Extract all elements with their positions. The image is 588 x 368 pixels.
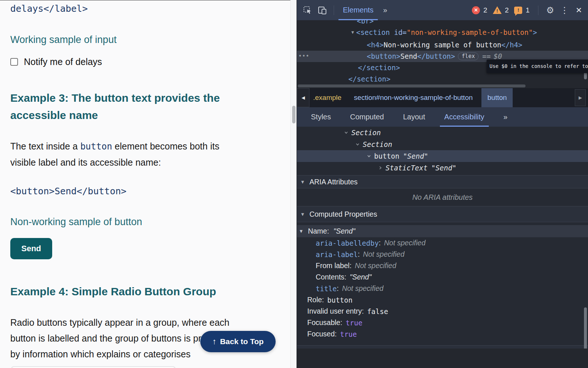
- working-sample-heading: Working sample of input: [10, 34, 280, 46]
- sidebar-tabs: Styles Computed Layout Accessibility »: [297, 107, 588, 127]
- notify-checkbox-label: Notify me of delays: [24, 57, 102, 67]
- a11y-scrollbar-thumb[interactable]: [584, 307, 587, 349]
- page-scrollbar[interactable]: [290, 0, 297, 368]
- tab-layout[interactable]: Layout: [403, 107, 425, 127]
- chevron-down-icon[interactable]: [344, 130, 348, 135]
- breadcrumb-prev-icon[interactable]: ◀: [297, 88, 309, 107]
- warning-badge-icon[interactable]: !: [493, 6, 502, 14]
- dom-node-outer-section-close[interactable]: </section>: [297, 73, 588, 84]
- tab-elements[interactable]: Elements: [337, 0, 379, 20]
- triangle-down-icon: ▼: [300, 212, 305, 217]
- a11y-tree-row-button-selected[interactable]: button "Send": [297, 150, 588, 162]
- chevron-down-icon[interactable]: [367, 154, 371, 158]
- computed-properties-header[interactable]: ▼ Computed Properties: [297, 206, 588, 222]
- aria-attributes-header[interactable]: ▼ ARIA Attributes: [297, 175, 588, 188]
- a11y-tree-row-section[interactable]: Section: [297, 127, 588, 138]
- property-row: Contents: "Send": [297, 271, 588, 283]
- issues-badge-icon[interactable]: !: [514, 7, 522, 14]
- property-row: aria-label: Not specified: [297, 249, 588, 260]
- property-row: Focused: true: [297, 328, 588, 340]
- property-row: From label: Not specified: [297, 260, 588, 271]
- devtools-toolbar: Elements » ✕ 2 ! 2 ! 1 ⚙ ⋮ ✕: [297, 0, 588, 20]
- property-row: aria-labelledby: Not specified: [297, 237, 588, 249]
- property-row: Focusable: true: [297, 317, 588, 328]
- example3-paragraph: The text inside a button element becomes…: [10, 138, 280, 170]
- a11y-tree-row-statictext[interactable]: StaticText "Send": [297, 162, 588, 174]
- node-options-dots-icon[interactable]: •••: [298, 51, 309, 62]
- code-sample-button: <button>Send</button>: [10, 186, 280, 196]
- dom-tree: <br> ▼<section id="non-working-sample-of…: [297, 20, 588, 84]
- warning-count[interactable]: 2: [505, 6, 509, 14]
- device-toolbar-icon[interactable]: [316, 4, 329, 17]
- source-order-viewer-header[interactable]: ▼ Source Order Viewer: [297, 345, 588, 349]
- notify-checkbox[interactable]: [10, 58, 18, 66]
- dom-horizontal-scrollbar-thumb[interactable]: [298, 84, 526, 87]
- dom-horizontal-scrollbar[interactable]: [297, 84, 588, 88]
- chevron-right-icon[interactable]: [378, 166, 383, 170]
- dollar-zero-ref: $0: [494, 52, 502, 60]
- error-count[interactable]: 2: [483, 6, 487, 14]
- breadcrumb-item-section[interactable]: section#non-working-sample-of-button: [350, 94, 476, 102]
- close-devtools-icon[interactable]: ✕: [573, 6, 584, 15]
- breadcrumb-item-button[interactable]: button: [481, 88, 513, 107]
- breadcrumb: ◀ .example section#non-working-sample-of…: [297, 88, 588, 107]
- dollar-zero-tooltip: Use $0 in the console to refer to this e…: [487, 59, 588, 73]
- back-to-top-button[interactable]: ↑ Back to Top: [200, 331, 276, 352]
- inspect-element-icon[interactable]: [301, 4, 314, 17]
- devtools-panel: Elements » ✕ 2 ! 2 ! 1 ⚙ ⋮ ✕ <br> ▼<sect…: [297, 0, 588, 368]
- toolbar-divider: [538, 6, 538, 15]
- web-page-pane: delays</label> Working sample of input N…: [0, 0, 290, 368]
- code-fragment: delays</label>: [10, 3, 280, 15]
- breadcrumb-item-example[interactable]: .example: [309, 94, 345, 102]
- breadcrumb-next-icon[interactable]: ▶: [575, 89, 586, 106]
- a11y-tree-row-section[interactable]: Section: [297, 138, 588, 150]
- tab-accessibility[interactable]: Accessibility: [444, 107, 484, 127]
- tab-computed[interactable]: Computed: [350, 107, 384, 127]
- dom-node-br[interactable]: <br>: [297, 20, 588, 27]
- settings-gear-icon[interactable]: ⚙: [545, 5, 556, 15]
- computed-name-row[interactable]: ▼ Name: "Send": [297, 225, 588, 237]
- chevron-down-icon[interactable]: [355, 142, 360, 147]
- nonworking-sample-heading: Non-working sample of button: [10, 216, 280, 228]
- dom-node-h4[interactable]: <h4>Non-working sample of button</h4>: [297, 39, 588, 51]
- accessibility-pane: Section Section button "Send" StaticText…: [297, 127, 588, 349]
- triangle-down-icon: ▼: [300, 179, 305, 185]
- property-row: title: Not specified: [297, 283, 588, 294]
- triangle-down-icon: ▼: [299, 228, 304, 234]
- more-panels-icon[interactable]: »: [379, 6, 390, 14]
- more-options-icon[interactable]: ⋮: [559, 5, 570, 15]
- flex-badge[interactable]: flex: [458, 53, 478, 60]
- dom-node-section-open[interactable]: ▼<section id="non-working-sample-of-butt…: [297, 27, 588, 39]
- tab-styles[interactable]: Styles: [311, 107, 331, 127]
- toolbar-divider: [334, 6, 334, 15]
- next-example-box-edge: [11, 366, 176, 368]
- error-badge-icon[interactable]: ✕: [472, 6, 480, 14]
- up-arrow-icon: ↑: [212, 337, 216, 346]
- more-tabs-icon[interactable]: »: [503, 113, 507, 121]
- no-aria-message: No ARIA attributes: [297, 188, 588, 206]
- property-row: Invalid user entry: false: [297, 306, 588, 317]
- example4-heading: Example 4: Simple Radio Button Group: [10, 283, 280, 300]
- inline-code-button: button: [80, 141, 112, 152]
- send-button[interactable]: Send: [10, 238, 52, 259]
- page-scrollbar-thumb[interactable]: [292, 106, 295, 123]
- property-row: Role: button: [297, 294, 588, 306]
- example3-heading: Example 3: The button text provides the …: [10, 89, 280, 124]
- issue-count[interactable]: 1: [526, 6, 530, 14]
- expand-arrow-icon[interactable]: ▼: [351, 27, 354, 38]
